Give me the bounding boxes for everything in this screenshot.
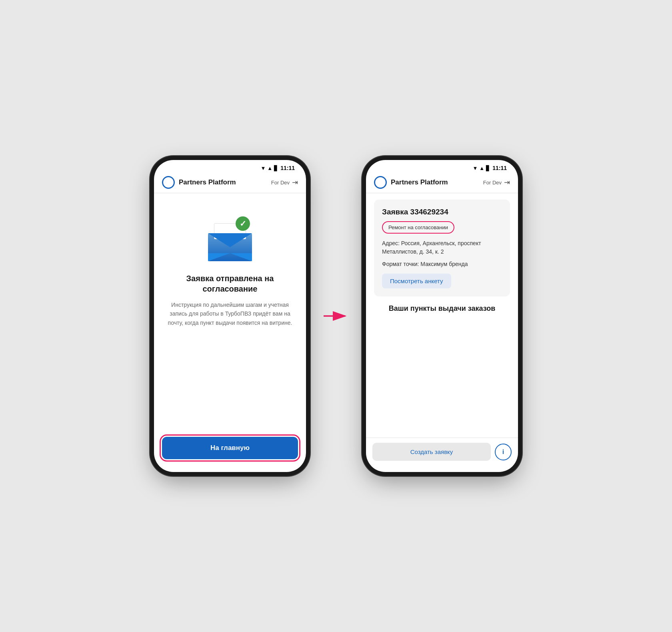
phones-container: ▼ ▲ ▊ 11:11 Partners Platform For Dev ⇥ … <box>154 160 518 472</box>
brand-name-1: Partners Platform <box>179 178 236 186</box>
wifi-icon: ▼ <box>260 165 266 171</box>
status-bar-1: ▼ ▲ ▊ 11:11 <box>154 160 306 173</box>
main-button[interactable]: На главную <box>162 437 298 459</box>
success-illustration: ✓ <box>202 213 258 261</box>
phone-content-2: Заявка 334629234 Ремонт на согласовании … <box>366 193 518 472</box>
brand-name-2: Partners Platform <box>391 178 448 186</box>
status-bar-2: ▼ ▲ ▊ 11:11 <box>366 160 518 173</box>
status-icons-2: ▼ ▲ ▊ <box>472 165 490 171</box>
brand-logo-1 <box>162 176 175 189</box>
phone-screen-1: ▼ ▲ ▊ 11:11 Partners Platform For Dev ⇥ … <box>154 160 306 472</box>
battery-icon-2: ▊ <box>486 165 490 171</box>
for-dev-badge-1: For Dev ⇥ <box>271 178 298 187</box>
dev-icon-2: ⇥ <box>504 178 510 187</box>
app-address: Адрес: Россия, Архангельск, проспект Мет… <box>382 239 502 256</box>
arrow-container <box>322 309 350 323</box>
view-form-button[interactable]: Посмотреть анкету <box>382 274 451 288</box>
create-app-button[interactable]: Создать заявку <box>372 443 491 461</box>
battery-icon: ▊ <box>274 165 278 171</box>
for-dev-label-1: For Dev <box>271 180 290 186</box>
check-badge: ✓ <box>236 216 250 231</box>
status-time-2: 11:11 <box>492 165 507 171</box>
signal-icon-2: ▲ <box>479 165 484 171</box>
screen-success: ✓ Заявка отправл <box>154 193 306 437</box>
status-icons-1: ▼ ▲ ▊ <box>260 165 278 171</box>
success-title: Заявка отправлена на согласование <box>164 273 296 294</box>
info-button[interactable]: i <box>495 444 512 460</box>
dev-icon-1: ⇥ <box>292 178 298 187</box>
application-card: Заявка 334629234 Ремонт на согласовании … <box>374 200 510 296</box>
main-button-container: На главную <box>154 437 306 472</box>
signal-icon: ▲ <box>267 165 272 171</box>
brand-logo-2 <box>374 176 387 189</box>
arrow-icon <box>322 309 350 323</box>
screen-app: Заявка 334629234 Ремонт на согласовании … <box>366 193 518 438</box>
pickup-title: Ваши пункты выдачи заказов <box>374 304 510 313</box>
for-dev-label-2: For Dev <box>483 180 502 186</box>
bottom-bar: Создать заявку i <box>366 438 518 472</box>
status-time-1: 11:11 <box>280 165 295 171</box>
app-header-2: Partners Platform For Dev ⇥ <box>366 173 518 193</box>
repair-status-badge: Ремонт на согласовании <box>382 221 454 234</box>
phone-screen-2: ▼ ▲ ▊ 11:11 Partners Platform For Dev ⇥ … <box>366 160 518 472</box>
success-subtitle: Инструкция по дальнейшим шагам и учетная… <box>164 300 296 327</box>
app-number: Заявка 334629234 <box>382 208 502 216</box>
for-dev-badge-2: For Dev ⇥ <box>483 178 510 187</box>
wifi-icon-2: ▼ <box>472 165 478 171</box>
app-brand-1: Partners Platform <box>162 176 236 189</box>
app-brand-2: Partners Platform <box>374 176 448 189</box>
app-format: Формат точки: Максимум бренда <box>382 261 502 267</box>
phone-content-1: ✓ Заявка отправл <box>154 193 306 472</box>
app-header-1: Partners Platform For Dev ⇥ <box>154 173 306 193</box>
